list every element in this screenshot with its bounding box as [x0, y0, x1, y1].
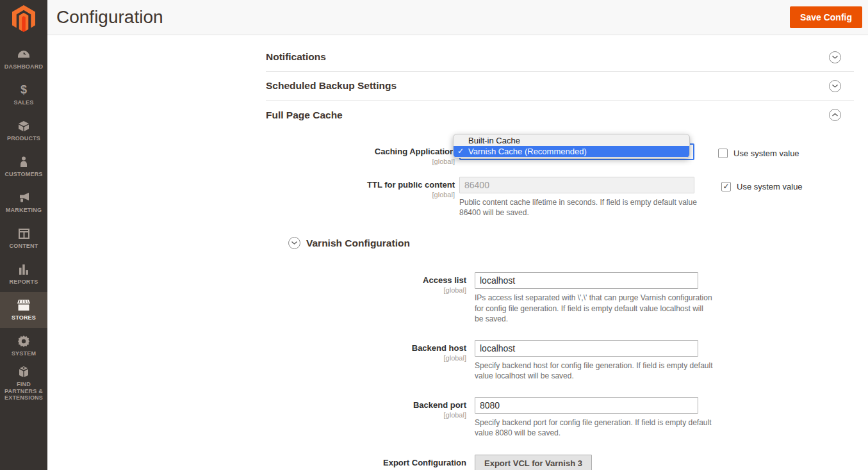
- magento-logo-icon: [12, 5, 36, 32]
- admin-sidebar: DASHBOARD $ SALES PRODUCTS CUSTOMERS MAR…: [0, 0, 47, 470]
- section-notifications[interactable]: Notifications: [266, 43, 854, 72]
- main-area: Configuration Save Config Notifications …: [47, 0, 868, 470]
- field-label-block: TTL for public content [global]: [266, 177, 455, 218]
- backend-host-field: Specify backend host for config file gen…: [475, 340, 713, 381]
- storefront-icon: [17, 299, 30, 312]
- backend-host-note: Specify backend host for config file gen…: [475, 361, 713, 381]
- sidebar-item-label: PRODUCTS: [6, 135, 42, 142]
- person-icon: [19, 156, 28, 168]
- sidebar-item-system[interactable]: SYSTEM: [0, 328, 47, 364]
- caching-application-dropdown: Built-in Cache ✓Varnish Cache (Recommend…: [453, 134, 690, 158]
- backend-host-input[interactable]: [475, 340, 698, 357]
- caching-application-field: Built-in Cache ✓Varnish Cache (Recommend…: [459, 143, 694, 165]
- field-label: TTL for public content: [266, 181, 455, 190]
- config-content: Notifications Scheduled Backup Settings …: [266, 35, 854, 470]
- sidebar-item-sales[interactable]: $ SALES: [0, 77, 47, 113]
- field-scope: [global]: [266, 191, 455, 199]
- backend-port-input[interactable]: [475, 397, 698, 414]
- sidebar-item-label: CONTENT: [8, 243, 40, 250]
- field-row-backend-port: Backend port [global] Specify backend po…: [266, 397, 854, 438]
- chevron-down-icon[interactable]: [288, 237, 300, 249]
- section-full-page-cache[interactable]: Full Page Cache: [266, 101, 854, 129]
- field-row-ttl: TTL for public content [global] Public c…: [266, 177, 854, 218]
- field-scope: [global]: [266, 286, 466, 294]
- access-list-input[interactable]: [475, 272, 698, 289]
- access-list-field: IPs access list separated with \',\' tha…: [475, 272, 713, 324]
- page-title: Configuration: [47, 0, 868, 35]
- field-scope: [global]: [266, 354, 466, 362]
- field-scope: [global]: [266, 158, 455, 165]
- section-scheduled-backup[interactable]: Scheduled Backup Settings: [266, 72, 854, 101]
- export-vcl-varnish3-button[interactable]: Export VCL for Varnish 3: [475, 455, 592, 470]
- chevron-down-icon[interactable]: [829, 80, 841, 92]
- save-config-button[interactable]: Save Config: [790, 6, 862, 28]
- use-system-value-row: Use system value: [718, 143, 799, 160]
- field-label-block: Backend host [global]: [266, 340, 466, 381]
- page-header: Configuration Save Config: [47, 0, 868, 35]
- field-label-block: Backend port [global]: [266, 397, 466, 438]
- sidebar-item-reports[interactable]: REPORTS: [0, 256, 47, 292]
- check-icon: ✓: [457, 146, 464, 157]
- ttl-note: Public content cache lifetime in seconds…: [459, 197, 698, 218]
- field-label: Access list: [266, 276, 466, 286]
- box-icon: [18, 120, 29, 133]
- dropdown-option-varnish-cache[interactable]: ✓Varnish Cache (Recommended): [454, 146, 689, 157]
- chevron-up-icon[interactable]: [829, 109, 841, 121]
- field-label: Backend port: [266, 401, 466, 410]
- ttl-field: Public content cache lifetime in seconds…: [459, 177, 698, 218]
- subsection-varnish-configuration[interactable]: Varnish Configuration: [288, 237, 854, 249]
- use-system-value-checkbox[interactable]: [718, 149, 728, 158]
- backend-port-field: Specify backend port for config file gen…: [475, 397, 713, 438]
- sidebar-item-label: MARKETING: [4, 207, 43, 214]
- field-row-caching-application: Caching Application [global] Built-in Ca…: [266, 143, 854, 165]
- field-label: Export Configuration: [266, 458, 466, 468]
- backend-port-note: Specify backend port for config file gen…: [475, 417, 713, 438]
- field-row-access-list: Access list [global] IPs access list sep…: [266, 272, 854, 324]
- sidebar-item-content[interactable]: CONTENT: [0, 220, 47, 256]
- field-label-block: Caching Application [global]: [266, 143, 455, 165]
- dollar-icon: $: [20, 84, 27, 97]
- sidebar-item-label: DASHBOARD: [3, 63, 44, 70]
- access-list-note: IPs access list separated with \',\' tha…: [475, 293, 713, 324]
- dropdown-option-built-in-cache[interactable]: Built-in Cache: [454, 135, 689, 146]
- sidebar-item-label: CUSTOMERS: [3, 171, 44, 178]
- extensions-box-icon: [18, 366, 29, 378]
- export-varnish3-field: Export VCL for Varnish 3: [475, 455, 592, 470]
- use-system-value-checkbox-checked[interactable]: ✓: [721, 182, 731, 191]
- sidebar-item-stores[interactable]: STORES: [0, 292, 47, 328]
- field-label: Caching Application: [266, 147, 455, 157]
- field-label-block: Access list [global]: [266, 272, 466, 324]
- sidebar-item-label: SALES: [12, 99, 35, 106]
- use-system-value-row: ✓ Use system value: [721, 177, 803, 193]
- field-scope: [global]: [266, 411, 466, 419]
- magento-logo[interactable]: [0, 0, 47, 41]
- app-window: DASHBOARD $ SALES PRODUCTS CUSTOMERS MAR…: [0, 0, 868, 470]
- sidebar-item-products[interactable]: PRODUCTS: [0, 113, 47, 149]
- dashboard-gauge-icon: [17, 48, 30, 61]
- field-label-block: Export Configuration [global]: [266, 455, 466, 470]
- sidebar-item-label: FIND PARTNERS & EXTENSIONS: [0, 381, 47, 401]
- field-label: Backend host: [266, 344, 466, 353]
- ttl-input[interactable]: [459, 177, 694, 193]
- sidebar-item-customers[interactable]: CUSTOMERS: [0, 149, 47, 184]
- chevron-down-icon[interactable]: [829, 51, 841, 63]
- sidebar-item-label: SYSTEM: [10, 350, 37, 357]
- section-title: Scheduled Backup Settings: [266, 80, 397, 92]
- section-title: Full Page Cache: [266, 109, 343, 121]
- gear-icon: [18, 335, 29, 348]
- full-page-cache-body: Caching Application [global] Built-in Ca…: [266, 129, 854, 470]
- sidebar-item-marketing[interactable]: MARKETING: [0, 184, 47, 220]
- layout-icon: [19, 227, 29, 240]
- sidebar-item-dashboard[interactable]: DASHBOARD: [0, 41, 47, 77]
- subsection-title: Varnish Configuration: [306, 238, 410, 249]
- bar-chart-icon: [19, 263, 29, 276]
- use-system-value-label: Use system value: [733, 149, 799, 158]
- use-system-value-label: Use system value: [737, 182, 803, 191]
- field-row-export-configuration: Export Configuration [global] Export VCL…: [266, 455, 854, 470]
- sidebar-item-label: REPORTS: [8, 279, 40, 286]
- field-row-backend-host: Backend host [global] Specify backend ho…: [266, 340, 854, 381]
- megaphone-icon: [18, 191, 30, 204]
- section-title: Notifications: [266, 51, 326, 63]
- sidebar-item-label: STORES: [10, 314, 37, 321]
- sidebar-item-find-partners[interactable]: FIND PARTNERS & EXTENSIONS: [0, 364, 47, 403]
